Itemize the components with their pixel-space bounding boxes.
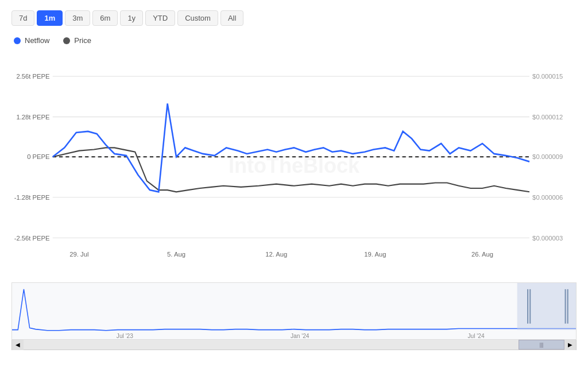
- svg-text:0 PEPE: 0 PEPE: [27, 153, 50, 160]
- svg-text:$0.000003: $0.000003: [532, 235, 563, 242]
- svg-text:26. Aug: 26. Aug: [471, 251, 493, 258]
- scrollbar[interactable]: ◀ ||| ▶: [11, 340, 577, 350]
- svg-text:19. Aug: 19. Aug: [364, 251, 386, 258]
- svg-text:2.56t PEPE: 2.56t PEPE: [16, 73, 50, 80]
- netflow-label: Netflow: [25, 36, 49, 45]
- svg-text:$0.000015: $0.000015: [532, 73, 563, 80]
- scrollbar-track[interactable]: |||: [24, 340, 564, 350]
- svg-text:1.28t PEPE: 1.28t PEPE: [16, 114, 50, 121]
- time-btn-7d[interactable]: 7d: [11, 10, 34, 26]
- time-range-buttons: 7d1m3m6m1yYTDCustomAll: [11, 10, 577, 26]
- time-btn-ytd[interactable]: YTD: [145, 10, 175, 26]
- svg-text:12. Aug: 12. Aug: [265, 251, 287, 258]
- main-container: 7d1m3m6m1yYTDCustomAll Netflow Price Int…: [0, 0, 588, 392]
- svg-text:Jul '23: Jul '23: [117, 332, 133, 339]
- svg-text:Jan '24: Jan '24: [291, 332, 310, 339]
- scroll-left-button[interactable]: ◀: [12, 340, 24, 350]
- price-label: Price: [74, 36, 91, 45]
- mini-svg: Jul '23 Jan '24 Jul '24: [12, 283, 576, 339]
- chart-svg: 2.56t PEPE 1.28t PEPE 0 PEPE -1.28t PEPE…: [11, 54, 577, 278]
- svg-text:$0.000009: $0.000009: [532, 153, 563, 160]
- time-btn-custom[interactable]: Custom: [177, 10, 218, 26]
- price-line: [53, 148, 529, 192]
- svg-text:29. Jul: 29. Jul: [69, 251, 88, 258]
- netflow-dot: [14, 37, 21, 44]
- scroll-right-button[interactable]: ▶: [564, 340, 576, 350]
- svg-rect-21: [12, 283, 576, 339]
- time-btn-6m[interactable]: 6m: [92, 10, 118, 26]
- mini-chart: Jul '23 Jan '24 Jul '24: [11, 282, 577, 340]
- price-dot: [63, 37, 70, 44]
- svg-text:$0.000006: $0.000006: [532, 194, 563, 201]
- svg-text:5. Aug: 5. Aug: [167, 251, 185, 258]
- scrollbar-thumb[interactable]: |||: [519, 340, 564, 350]
- time-btn-1y[interactable]: 1y: [120, 10, 143, 26]
- svg-text:Jul '24: Jul '24: [467, 332, 484, 339]
- time-btn-1m[interactable]: 1m: [37, 10, 63, 26]
- legend-price: Price: [63, 36, 91, 45]
- main-chart: IntoTheBlock 2.56t PEPE 1.28t PEPE 0 PEP…: [11, 54, 577, 278]
- svg-text:-2.56t PEPE: -2.56t PEPE: [14, 235, 50, 242]
- svg-text:-1.28t PEPE: -1.28t PEPE: [14, 194, 50, 201]
- time-btn-3m[interactable]: 3m: [65, 10, 90, 26]
- time-btn-all[interactable]: All: [220, 10, 243, 26]
- legend-netflow: Netflow: [14, 36, 49, 45]
- svg-text:$0.000012: $0.000012: [532, 114, 563, 121]
- chart-legend: Netflow Price: [11, 36, 577, 45]
- svg-text:|||: |||: [540, 342, 544, 348]
